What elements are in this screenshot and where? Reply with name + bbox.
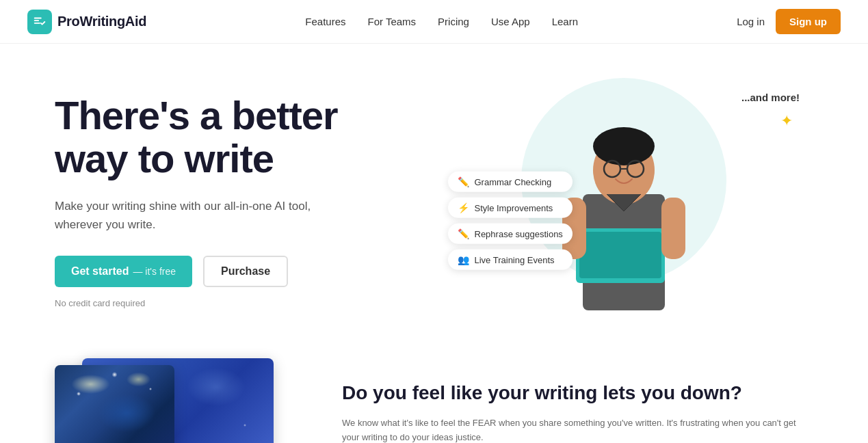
hero-title-line1: There's a better xyxy=(55,93,338,137)
section-two-content: Do you feel like your writing lets you d… xyxy=(342,381,813,443)
grammar-label: Grammar Checking xyxy=(475,176,552,187)
section-two-text: We know what it's like to feel the FEAR … xyxy=(342,416,813,443)
section-two-title: Do you feel like your writing lets you d… xyxy=(342,381,813,405)
get-started-label: Get started xyxy=(71,265,129,278)
nav-pricing[interactable]: Pricing xyxy=(438,16,469,27)
more-tag: ...and more! xyxy=(741,92,800,103)
hero-title-line2: way to write xyxy=(55,136,274,180)
get-started-button[interactable]: Get started — it's free xyxy=(55,256,192,287)
hero-title: There's a better way to write xyxy=(55,94,434,181)
section-two: My idea in my head Do you feel like your… xyxy=(0,345,868,443)
pill-rephrase: ✏️ Rephrase suggestions xyxy=(448,224,573,244)
training-icon: 👥 xyxy=(458,254,469,265)
painting-cards: My idea in my head xyxy=(55,358,287,443)
nav-links: Features For Teams Pricing Use App Learn xyxy=(305,16,578,27)
training-label: Live Training Events xyxy=(475,254,555,265)
style-label: Style Improvements xyxy=(475,202,553,213)
no-credit-text: No credit card required xyxy=(55,298,434,308)
star-decoration: ✦ xyxy=(780,112,793,130)
hero-content: There's a better way to write Make your … xyxy=(55,94,434,309)
hero-subtitle: Make your writing shine with our all-in-… xyxy=(55,197,328,234)
navbar: ProWritingAid Features For Teams Pricing… xyxy=(0,0,868,44)
nav-for-teams[interactable]: For Teams xyxy=(367,16,416,27)
svg-rect-7 xyxy=(579,232,661,278)
navbar-actions: Log in Sign up xyxy=(737,9,841,34)
section-two-image: My idea in my head xyxy=(55,358,287,443)
nav-use-app[interactable]: Use App xyxy=(491,16,530,27)
pill-style: ⚡ Style Improvements xyxy=(448,198,573,218)
pill-grammar: ✏️ Grammar Checking xyxy=(448,172,573,192)
painting-card-front: My idea in my head xyxy=(55,365,174,443)
feature-pills: ✏️ Grammar Checking ⚡ Style Improvements… xyxy=(448,172,573,270)
brand-name: ProWritingAid xyxy=(57,14,146,29)
svg-rect-9 xyxy=(661,198,685,259)
rephrase-label: Rephrase suggestions xyxy=(475,228,563,239)
hero-buttons: Get started — it's free Purchase xyxy=(55,256,434,287)
starry-night-bg xyxy=(55,365,174,443)
signup-button[interactable]: Sign up xyxy=(776,9,841,34)
pill-training: 👥 Live Training Events xyxy=(448,250,573,270)
style-icon: ⚡ xyxy=(458,202,469,213)
hero-section: There's a better way to write Make your … xyxy=(0,44,868,345)
svg-point-2 xyxy=(593,127,655,165)
nav-features[interactable]: Features xyxy=(305,16,345,27)
nav-learn[interactable]: Learn xyxy=(552,16,578,27)
hero-image-area: ✏️ Grammar Checking ⚡ Style Improvements… xyxy=(434,71,814,331)
get-started-free-tag: — it's free xyxy=(133,266,176,277)
logo-link[interactable]: ProWritingAid xyxy=(27,10,146,34)
grammar-icon: ✏️ xyxy=(458,176,469,187)
purchase-button[interactable]: Purchase xyxy=(203,256,288,287)
logo-icon xyxy=(27,10,52,34)
login-button[interactable]: Log in xyxy=(737,16,765,27)
rephrase-icon: ✏️ xyxy=(458,228,469,239)
